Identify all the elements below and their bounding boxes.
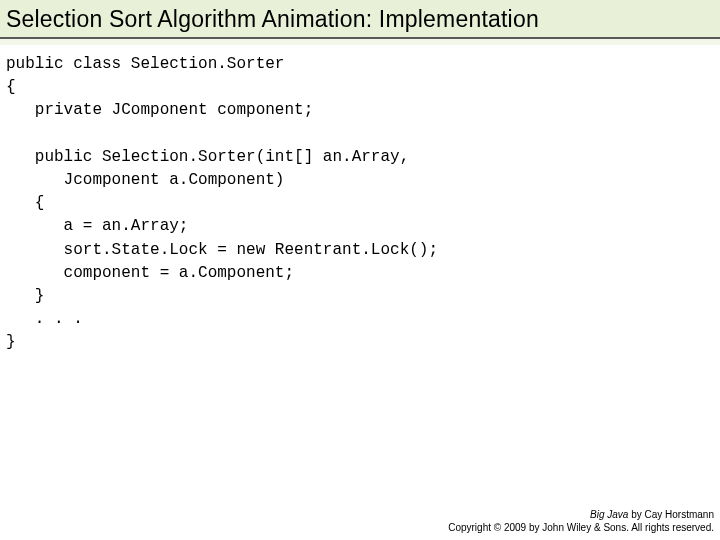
code-line: sort.State.Lock = new Reentrant.Lock(); (6, 241, 438, 259)
slide: Selection Sort Algorithm Animation: Impl… (0, 0, 720, 540)
footer-copyright: Copyright © 2009 by John Wiley & Sons. A… (448, 521, 714, 534)
code-line: Jcomponent a.Component) (6, 171, 284, 189)
code-line: private JComponent component; (6, 101, 313, 119)
code-line: { (6, 78, 16, 96)
code-line: public Selection.Sorter(int[] an.Array, (6, 148, 409, 166)
code-line: { (6, 194, 44, 212)
footer: Big Java by Cay Horstmann Copyright © 20… (448, 508, 714, 534)
title-band: Selection Sort Algorithm Animation: Impl… (0, 0, 720, 39)
code-line: } (6, 287, 44, 305)
footer-line-1: Big Java by Cay Horstmann (448, 508, 714, 521)
code-line: . . . (6, 310, 83, 328)
code-line: component = a.Component; (6, 264, 294, 282)
book-title: Big Java (590, 509, 628, 520)
code-line: } (6, 333, 16, 351)
code-line: a = an.Array; (6, 217, 188, 235)
author-byline: by Cay Horstmann (628, 509, 714, 520)
code-block: public class Selection.Sorter { private … (0, 45, 720, 354)
slide-title: Selection Sort Algorithm Animation: Impl… (0, 6, 720, 37)
code-line: public class Selection.Sorter (6, 55, 284, 73)
